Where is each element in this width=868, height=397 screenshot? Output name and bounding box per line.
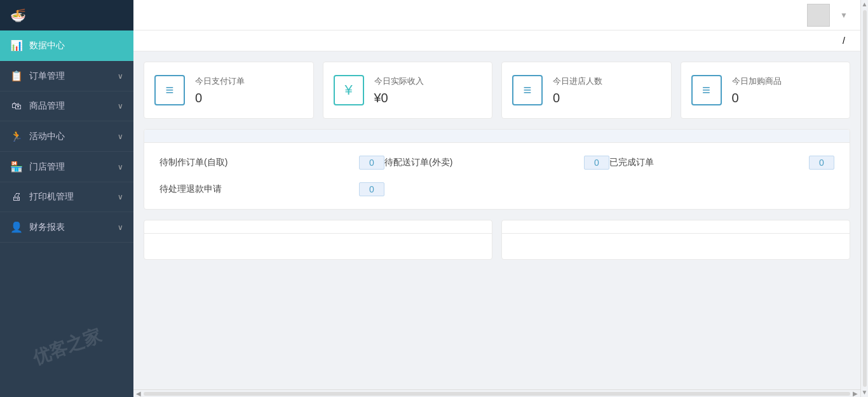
scroll-thumb[interactable]	[863, 10, 867, 387]
index-summary-header	[502, 220, 850, 234]
pending-item-0: 待制作订单(自取) 0	[159, 156, 384, 170]
sidebar-item-left-3: 🏃 活动中心	[10, 130, 65, 142]
sidebar-arrow-1: ∨	[118, 72, 123, 81]
sidebar-item-left-6: 👤 财务报表	[10, 221, 65, 233]
sidebar: 🍜 📊 数据中心 📋 订单管理 ∨ 🛍 商品管理 ∨ 🏃 活动中心 ∨ 🏪 门店…	[0, 0, 133, 397]
pending-item-label-3: 待处理退款申请	[159, 184, 351, 195]
stat-card-0: ≡ 今日支付订单 0	[144, 62, 314, 119]
content-area: ≡ 今日支付订单 0 ¥ 今日实际收入 ¥0 ≡ 今日进店人数 0 ≡ 今日加购…	[133, 51, 860, 389]
sidebar-label-3: 活动中心	[29, 131, 65, 142]
sidebar-icon-2: 🛍	[10, 100, 23, 112]
stat-label-2: 今日进店人数	[553, 76, 602, 87]
expand-icon[interactable]: ▼	[840, 11, 848, 20]
goods-summary-body	[144, 234, 492, 259]
pending-header	[144, 130, 850, 143]
stat-content-3: 今日加购商品 0	[732, 76, 782, 105]
stat-label-0: 今日支付订单	[195, 76, 245, 87]
index-summary-card	[501, 220, 850, 260]
logo-icon: 🍜	[10, 8, 26, 23]
breadcrumb-path: /	[840, 36, 848, 46]
sidebar-icon-5: 🖨	[10, 191, 23, 203]
stat-value-2: 0	[553, 91, 602, 105]
sidebar-label-4: 门店管理	[29, 161, 65, 173]
sidebar-arrow-4: ∨	[118, 163, 123, 172]
sidebar-icon-1: 📋	[10, 70, 23, 82]
sidebar-item-4[interactable]: 🏪 门店管理 ∨	[0, 152, 133, 182]
pending-item-1: 待配送订单(外卖) 0	[384, 156, 609, 170]
goods-summary-header	[144, 220, 492, 234]
sidebar-item-left-5: 🖨 打印机管理	[10, 191, 74, 203]
pending-item-badge-3[interactable]: 0	[359, 182, 384, 196]
right-scrollbar[interactable]: ▲ ▼	[860, 0, 868, 397]
sidebar-item-left-2: 🛍 商品管理	[10, 100, 65, 112]
stat-card-2: ≡ 今日进店人数 0	[501, 62, 672, 119]
pending-item-badge-1[interactable]: 0	[584, 156, 609, 170]
main-area: ▼ / ≡ 今日支付订单 0 ¥ 今日实际收入 ¥0 ≡ 今日进店人数 0	[133, 0, 860, 397]
pending-item-3: 待处理退款申请 0	[159, 182, 384, 196]
stat-card-3: ≡ 今日加购商品 0	[681, 62, 851, 119]
stat-value-3: 0	[732, 91, 782, 105]
sidebar-item-left-1: 📋 订单管理	[10, 70, 65, 82]
sidebar-icon-4: 🏪	[10, 161, 23, 173]
sidebar-item-3[interactable]: 🏃 活动中心 ∨	[0, 121, 133, 152]
sidebar-item-left-0: 📊 数据中心	[10, 39, 65, 51]
pending-item-badge-0[interactable]: 0	[359, 156, 384, 170]
bottom-row	[144, 220, 850, 260]
stats-row: ≡ 今日支付订单 0 ¥ 今日实际收入 ¥0 ≡ 今日进店人数 0 ≡ 今日加购…	[144, 62, 850, 119]
sidebar-label-2: 商品管理	[29, 100, 65, 112]
topbar-right: ▼	[797, 4, 848, 27]
sidebar-item-0[interactable]: 📊 数据中心	[0, 30, 133, 61]
sidebar-item-left-4: 🏪 门店管理	[10, 161, 65, 173]
pending-item-label-1: 待配送订单(外卖)	[384, 157, 576, 168]
stat-card-1: ¥ 今日实际收入 ¥0	[323, 62, 493, 119]
pending-grid: 待制作订单(自取) 0 待配送订单(外卖) 0 已完成订单 0 待处理退款申请 …	[144, 143, 850, 209]
pending-item-label-2: 已完成订单	[609, 157, 801, 168]
sidebar-label-1: 订单管理	[29, 71, 65, 82]
sidebar-icon-6: 👤	[10, 221, 23, 233]
app-logo: 🍜	[0, 0, 133, 30]
stat-content-0: 今日支付订单 0	[195, 76, 245, 105]
scroll-track[interactable]	[144, 392, 850, 396]
sidebar-icon-3: 🏃	[10, 130, 23, 142]
scroll-up-arrow[interactable]: ▲	[862, 1, 868, 8]
sidebar-icon-0: 📊	[10, 39, 23, 51]
scroll-down-arrow[interactable]: ▼	[862, 389, 868, 396]
stat-icon-3: ≡	[691, 75, 722, 105]
horizontal-scrollbar[interactable]: ◀ ▶	[133, 389, 860, 397]
sidebar-item-2[interactable]: 🛍 商品管理 ∨	[0, 91, 133, 121]
stat-label-3: 今日加购商品	[732, 76, 782, 87]
stat-label-1: 今日实际收入	[374, 76, 424, 87]
sidebar-item-5[interactable]: 🖨 打印机管理 ∨	[0, 182, 133, 212]
stat-content-1: 今日实际收入 ¥0	[374, 76, 424, 105]
sidebar-label-6: 财务报表	[29, 222, 65, 233]
pending-item-2: 已完成订单 0	[609, 156, 834, 170]
pending-item-label-0: 待制作订单(自取)	[159, 157, 351, 168]
scroll-right-arrow[interactable]: ▶	[853, 390, 858, 397]
stat-icon-0: ≡	[154, 75, 185, 105]
sidebar-arrow-2: ∨	[118, 102, 123, 111]
sidebar-nav: 📊 数据中心 📋 订单管理 ∨ 🛍 商品管理 ∨ 🏃 活动中心 ∨ 🏪 门店管理…	[0, 30, 133, 397]
sidebar-arrow-5: ∨	[118, 192, 123, 201]
breadcrumb-sep: /	[843, 36, 845, 46]
stat-icon-1: ¥	[334, 75, 364, 105]
pending-section: 待制作订单(自取) 0 待配送订单(外卖) 0 已完成订单 0 待处理退款申请 …	[144, 129, 850, 210]
pending-item-badge-2[interactable]: 0	[809, 156, 834, 170]
stat-value-1: ¥0	[374, 91, 424, 105]
sidebar-arrow-6: ∨	[118, 223, 123, 232]
sidebar-label-5: 打印机管理	[29, 191, 74, 203]
stat-icon-2: ≡	[512, 75, 543, 105]
sidebar-item-6[interactable]: 👤 财务报表 ∨	[0, 212, 133, 243]
sidebar-item-1[interactable]: 📋 订单管理 ∨	[0, 61, 133, 91]
scroll-left-arrow[interactable]: ◀	[136, 390, 141, 397]
sidebar-arrow-3: ∨	[118, 132, 123, 141]
stat-content-2: 今日进店人数 0	[553, 76, 602, 105]
goods-summary-card	[144, 220, 492, 260]
avatar[interactable]	[807, 4, 830, 27]
index-summary-body	[502, 234, 850, 259]
topbar: ▼	[133, 0, 860, 30]
breadcrumb-bar: /	[133, 30, 860, 51]
sidebar-label-0: 数据中心	[29, 40, 65, 51]
stat-value-0: 0	[195, 91, 245, 105]
